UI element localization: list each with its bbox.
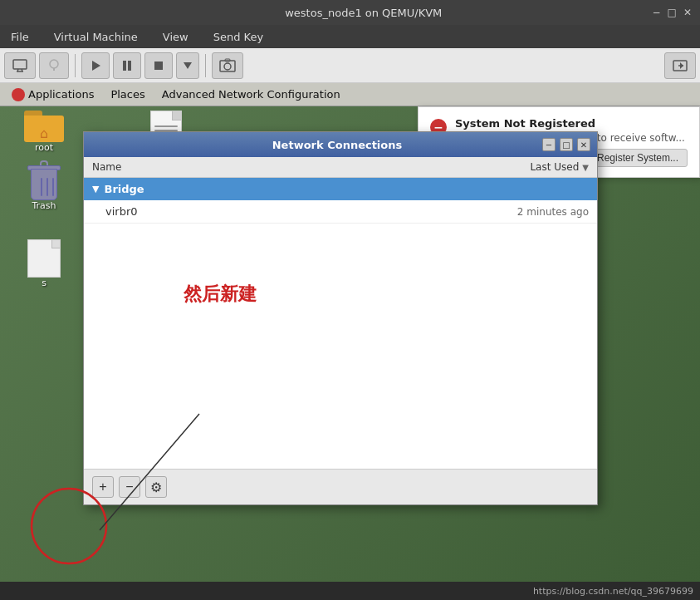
lightbulb-icon	[47, 58, 61, 73]
sort-arrow-icon[interactable]: ▼	[582, 163, 589, 172]
separator-1	[75, 54, 76, 77]
svg-point-13	[224, 63, 231, 70]
desktop-icon-s[interactable]: s	[15, 239, 73, 288]
monitor-icon	[12, 57, 28, 74]
icon-label-s: s	[42, 278, 47, 288]
table-body: ▼ Bridge virbr0 2 minutes ago	[84, 178, 597, 469]
group-expand-icon: ▼	[92, 184, 99, 194]
app-bar: Applications Places Advanced Network Con…	[0, 83, 700, 106]
icon-label-root: root	[35, 142, 53, 153]
menu-virtual-machine[interactable]: Virtual Machine	[50, 29, 142, 45]
applications-menu[interactable]: Applications	[5, 86, 100, 103]
dropdown-button[interactable]	[176, 52, 199, 79]
desktop: ⌂ root 333	[0, 106, 700, 600]
dialog-title-bar: Network Connections − □ ✕	[84, 132, 597, 157]
minimize-button[interactable]: −	[653, 7, 661, 18]
dialog-title: Network Connections	[132, 139, 542, 151]
dialog-controls[interactable]: − □ ✕	[542, 138, 590, 151]
svg-rect-9	[154, 61, 163, 70]
menu-view[interactable]: View	[159, 29, 193, 45]
status-bar: https://blog.csdn.net/qq_39679699	[0, 582, 700, 600]
register-system-button[interactable]: Register System...	[588, 149, 688, 167]
small-doc-icon	[27, 239, 61, 278]
dialog-close-button[interactable]: ✕	[577, 138, 590, 151]
resize-icon	[672, 58, 688, 73]
stop-icon	[152, 59, 165, 72]
window-controls[interactable]: − □ ✕	[653, 7, 692, 18]
dialog-content: Name Last Used ▼ ▼ Bridge virbr0	[84, 157, 597, 469]
maximize-button[interactable]: □	[668, 7, 677, 18]
info-button[interactable]	[39, 52, 69, 79]
status-url: https://blog.csdn.net/qq_39679699	[533, 586, 693, 597]
window-title: westos_node1 on QEMU/KVM	[75, 7, 653, 19]
advanced-network-label: Advanced Network Configuration	[162, 88, 340, 101]
network-connections-dialog[interactable]: Network Connections − □ ✕ Name Last Used…	[83, 131, 598, 505]
title-bar: westos_node1 on QEMU/KVM − □ ✕	[0, 0, 700, 25]
col-lastused-header: Last Used ▼	[464, 161, 589, 173]
folder-icon: ⌂	[24, 111, 64, 142]
pause-icon	[120, 59, 134, 72]
settings-connection-button[interactable]: ⚙	[145, 476, 167, 498]
applications-label: Applications	[28, 88, 94, 101]
connection-name-virbr0: virbr0	[105, 205, 464, 218]
toolbar	[0, 48, 700, 83]
applications-icon	[12, 88, 25, 101]
svg-marker-10	[184, 62, 192, 69]
chevron-down-icon	[184, 62, 192, 69]
svg-rect-0	[13, 60, 27, 69]
desktop-icon-root[interactable]: ⌂ root	[15, 111, 73, 153]
group-bridge[interactable]: ▼ Bridge	[84, 178, 597, 200]
advanced-network-menu[interactable]: Advanced Network Configuration	[155, 86, 347, 102]
group-bridge-label: Bridge	[104, 183, 144, 195]
close-button[interactable]: ✕	[683, 7, 692, 18]
dialog-maximize-button[interactable]: □	[560, 138, 573, 151]
trash-icon	[27, 160, 61, 200]
dialog-minimize-button[interactable]: −	[542, 138, 556, 151]
notification-title: System Not Registered	[455, 117, 688, 130]
play-button[interactable]	[81, 52, 110, 79]
menu-bar: File Virtual Machine View Send Key	[0, 25, 700, 48]
snapshot-icon	[219, 58, 236, 73]
places-label: Places	[110, 88, 144, 101]
desktop-icon-trash[interactable]: Trash	[15, 160, 73, 211]
svg-marker-16	[680, 62, 683, 69]
svg-rect-8	[128, 61, 131, 71]
stop-button[interactable]	[144, 52, 173, 79]
resize-button[interactable]	[664, 52, 696, 79]
col-lastused-label: Last Used	[530, 161, 579, 173]
icon-label-trash: Trash	[32, 200, 56, 211]
svg-rect-7	[123, 61, 126, 71]
monitor-button[interactable]	[4, 52, 36, 79]
play-icon	[89, 59, 102, 72]
dialog-overlay: Network Connections − □ ✕ Name Last Used…	[0, 106, 700, 600]
dialog-bottom-bar: + − ⚙	[84, 469, 597, 504]
svg-point-4	[50, 60, 58, 68]
menu-send-key[interactable]: Send Key	[209, 29, 267, 45]
add-connection-button[interactable]: +	[92, 476, 114, 498]
network-row-virbr0[interactable]: virbr0 2 minutes ago	[84, 200, 597, 224]
pause-button[interactable]	[113, 52, 141, 79]
table-header: Name Last Used ▼	[84, 157, 597, 178]
menu-file[interactable]: File	[7, 29, 33, 45]
svg-marker-6	[92, 61, 100, 71]
remove-connection-button[interactable]: −	[119, 476, 140, 498]
places-menu[interactable]: Places	[104, 86, 151, 102]
connection-lastused-virbr0: 2 minutes ago	[464, 206, 589, 218]
separator-2	[205, 54, 206, 77]
snapshot-button[interactable]	[212, 52, 243, 79]
col-name-header: Name	[92, 161, 464, 173]
